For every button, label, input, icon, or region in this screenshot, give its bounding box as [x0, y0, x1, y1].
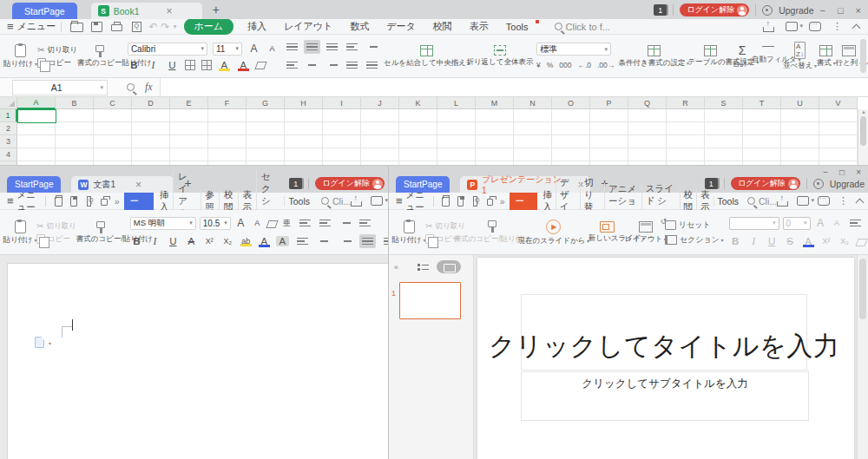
zoom-search-icon[interactable] — [127, 83, 135, 91]
more-tools-chevron[interactable]: » — [115, 196, 120, 207]
undo-icon[interactable]: ↶ — [148, 21, 157, 33]
align-left-icon[interactable] — [294, 234, 311, 248]
decrease-indent-icon[interactable] — [337, 216, 353, 230]
column-header[interactable]: P — [590, 97, 628, 109]
row-header[interactable]: 3 — [0, 135, 17, 148]
switch-window-icon[interactable] — [797, 196, 809, 206]
grow-font-icon[interactable]: A — [247, 43, 260, 55]
formula-input[interactable] — [160, 78, 868, 96]
format-painter-button[interactable]: 書式のコピー/貼り付け — [76, 221, 125, 244]
font-select[interactable]: MS 明朝▾ — [130, 217, 196, 230]
paste-button[interactable]: 貼り付け — [392, 220, 425, 244]
thousands-icon[interactable]: 000 — [559, 61, 571, 69]
distribute-icon[interactable] — [364, 58, 380, 72]
play-from-current-button[interactable]: ▶ 現在のスライドから — [524, 220, 583, 245]
align-right-icon[interactable] — [324, 58, 340, 72]
ribbon-tab[interactable]: 数式 — [341, 20, 378, 33]
minimize-button[interactable]: − — [823, 167, 828, 177]
save-icon[interactable] — [69, 195, 77, 207]
redo-icon[interactable]: ↷ — [161, 21, 169, 33]
maximize-button[interactable]: □ — [839, 167, 845, 177]
shrink-font-icon[interactable]: A — [831, 219, 844, 227]
print-preview-icon[interactable] — [471, 195, 479, 207]
notification-badge[interactable]: 1 — [654, 4, 667, 16]
save-icon[interactable] — [90, 21, 103, 33]
open-icon[interactable] — [55, 195, 62, 207]
align-center-icon[interactable] — [304, 58, 320, 72]
increase-indent-icon[interactable] — [357, 216, 373, 230]
grow-font-icon[interactable]: A — [814, 217, 827, 229]
comment-icon[interactable] — [809, 22, 821, 31]
font-select[interactable]: ▾ — [729, 217, 779, 230]
print-icon[interactable] — [110, 21, 123, 33]
ribbon-tab[interactable]: 校閲 — [424, 20, 461, 33]
column-header[interactable]: G — [247, 97, 285, 109]
font-color-icon[interactable]: A — [237, 60, 250, 70]
more-icon[interactable]: ⋮ — [832, 21, 842, 32]
italic-icon[interactable]: I — [147, 60, 160, 70]
column-header[interactable]: C — [94, 97, 132, 109]
phonetic-guide-icon[interactable]: 亜 — [280, 218, 293, 229]
justify-icon[interactable] — [359, 234, 376, 248]
strikethrough-icon[interactable]: A — [185, 236, 198, 246]
column-header[interactable]: S — [705, 97, 743, 109]
upgrade-button[interactable]: Upgrade — [830, 179, 865, 189]
fill-color-icon[interactable] — [201, 60, 212, 70]
justify-icon[interactable] — [344, 58, 360, 72]
align-left-icon[interactable] — [284, 58, 300, 72]
align-center-icon[interactable] — [316, 234, 332, 248]
ribbon-tab[interactable]: Tools — [284, 196, 315, 207]
column-header[interactable]: Q — [628, 97, 667, 109]
more-tools-chevron[interactable]: » — [500, 196, 505, 207]
insert-function-icon[interactable]: fx — [145, 81, 153, 94]
ribbon-tab[interactable]: レイアウト — [275, 20, 341, 33]
ribbon-tab[interactable]: Tools — [497, 22, 537, 32]
slide-vertical-scrollbar[interactable]: ▼ — [857, 255, 868, 459]
print-icon[interactable] — [100, 195, 108, 207]
column-header[interactable]: M — [476, 97, 514, 109]
slide-canvas[interactable]: クリックしてタイトルを入力 クリックしてサブタイトルを入力 — [477, 258, 854, 459]
slides-view-icon[interactable] — [437, 260, 461, 273]
increase-indent-icon[interactable] — [364, 40, 380, 54]
line-spacing-icon[interactable] — [381, 234, 388, 248]
row-header[interactable]: 1 — [0, 109, 17, 122]
paste-button[interactable]: 貼り付け — [3, 220, 36, 244]
clear-format-icon[interactable] — [855, 239, 867, 246]
collapse-panel-icon[interactable]: « — [394, 263, 398, 272]
paste-button[interactable]: 貼り付け — [3, 44, 37, 68]
column-header[interactable]: H — [285, 97, 323, 109]
title-placeholder[interactable]: クリックしてタイトルを入力 — [521, 294, 807, 370]
font-size-select[interactable]: 11▾ — [213, 43, 242, 56]
superscript-icon[interactable]: X² — [203, 237, 216, 246]
sort-button[interactable]: AZ 並べ替え — [783, 42, 817, 69]
copy-button[interactable]: コピー — [37, 58, 71, 68]
layout-button[interactable]: レイアウト — [627, 221, 665, 243]
cut-button[interactable]: ✂切り取り — [425, 221, 465, 231]
grow-font-icon[interactable]: A — [234, 217, 247, 229]
align-bottom-icon[interactable] — [324, 40, 340, 54]
increase-decimal-icon[interactable]: .00→ — [597, 61, 615, 69]
print-preview-icon[interactable] — [130, 21, 143, 33]
slide-thumbnail-1[interactable] — [399, 282, 461, 319]
writer-page[interactable] — [7, 263, 388, 459]
borders-icon[interactable] — [185, 60, 195, 70]
ribbon-tab[interactable]: データ — [378, 20, 424, 33]
ribbon-tab[interactable]: 表示 — [461, 20, 497, 33]
print-icon[interactable] — [486, 195, 494, 207]
align-middle-icon[interactable] — [304, 40, 320, 54]
close-button[interactable]: × — [856, 167, 861, 177]
clear-format-icon[interactable] — [266, 220, 278, 228]
column-header[interactable]: R — [667, 97, 705, 109]
hamburger-icon[interactable]: ≡ — [396, 194, 403, 207]
logout-button[interactable]: ログイン解除 — [315, 177, 385, 190]
tab-book1[interactable]: S Book1 × — [91, 3, 202, 19]
merge-cells-button[interactable]: セルを結合して中央揃え — [385, 45, 469, 67]
wrap-text-button[interactable]: 折り返して全体表示 — [469, 45, 531, 66]
search-box[interactable]: Cli... — [321, 196, 351, 207]
align-right-icon[interactable] — [338, 234, 354, 248]
column-header[interactable]: O — [552, 97, 590, 109]
currency-icon[interactable]: ¥ — [536, 61, 541, 69]
font-select[interactable]: Calibri▾ — [128, 43, 207, 56]
switch-window-icon[interactable] — [786, 22, 798, 31]
column-header[interactable]: E — [170, 97, 208, 109]
